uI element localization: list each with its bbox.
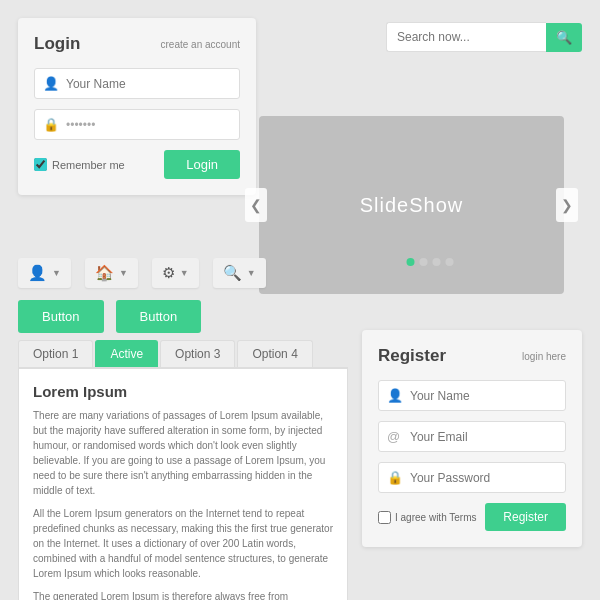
toolbar: 👤 ▼ 🏠 ▼ ⚙ ▼ 🔍 ▼ xyxy=(18,258,266,288)
home-icon: 🏠 xyxy=(95,264,114,282)
login-button[interactable]: Login xyxy=(164,150,240,179)
search-input[interactable] xyxy=(386,22,546,52)
user-menu-arrow: ▼ xyxy=(52,268,61,278)
tabs-row: Option 1 Active Option 3 Option 4 xyxy=(18,340,348,369)
register-card: Register login here 👤 @ 🔒 I agree with T… xyxy=(362,330,582,547)
search-icon: 🔍 xyxy=(556,30,572,45)
search-menu-item[interactable]: 🔍 ▼ xyxy=(213,258,266,288)
login-password-input[interactable] xyxy=(66,118,231,132)
search-menu-arrow: ▼ xyxy=(247,268,256,278)
register-name-row: 👤 xyxy=(378,380,566,411)
buttons-row: Button Button xyxy=(18,300,201,333)
dot-1[interactable] xyxy=(406,258,414,266)
login-name-input[interactable] xyxy=(66,77,231,91)
name-input-row: 👤 xyxy=(34,68,240,99)
slide-prev-button[interactable]: ❮ xyxy=(245,188,267,222)
dot-3[interactable] xyxy=(432,258,440,266)
tab-option3[interactable]: Option 3 xyxy=(160,340,235,367)
register-header: Register login here xyxy=(378,346,566,366)
home-menu-arrow: ▼ xyxy=(119,268,128,278)
reg-user-icon: 👤 xyxy=(387,388,403,403)
register-button[interactable]: Register xyxy=(485,503,566,531)
content-paragraph-1: There are many variations of passages of… xyxy=(33,408,333,498)
agree-label[interactable]: I agree with Terms xyxy=(378,511,477,524)
user-icon: 👤 xyxy=(28,264,47,282)
button-1[interactable]: Button xyxy=(18,300,104,333)
login-title: Login xyxy=(34,34,80,54)
slide-dots xyxy=(406,258,453,266)
login-header: Login create an account xyxy=(34,34,240,54)
content-title: Lorem Ipsum xyxy=(33,383,333,400)
search-icon: 🔍 xyxy=(223,264,242,282)
home-menu-item[interactable]: 🏠 ▼ xyxy=(85,258,138,288)
button-2[interactable]: Button xyxy=(116,300,202,333)
password-input-row: 🔒 xyxy=(34,109,240,140)
slideshow: ❮ SlideShow ❯ xyxy=(259,116,564,294)
user-icon: 👤 xyxy=(43,76,59,91)
slideshow-label: SlideShow xyxy=(360,194,464,217)
tab-active[interactable]: Active xyxy=(95,340,158,367)
content-paragraph-3: The generated Lorem Ipsum is therefore a… xyxy=(33,589,333,600)
settings-menu-arrow: ▼ xyxy=(180,268,189,278)
settings-menu-item[interactable]: ⚙ ▼ xyxy=(152,258,199,288)
email-icon: @ xyxy=(387,429,403,444)
login-here-link[interactable]: login here xyxy=(522,351,566,362)
slide-next-button[interactable]: ❯ xyxy=(556,188,578,222)
remember-checkbox[interactable] xyxy=(34,158,47,171)
dot-2[interactable] xyxy=(419,258,427,266)
agree-row: I agree with Terms Register xyxy=(378,503,566,531)
register-name-input[interactable] xyxy=(410,389,557,403)
remember-label[interactable]: Remember me xyxy=(34,158,125,171)
lock-icon: 🔒 xyxy=(43,117,59,132)
agree-checkbox[interactable] xyxy=(378,511,391,524)
register-email-input[interactable] xyxy=(410,430,557,444)
register-title: Register xyxy=(378,346,446,366)
login-card: Login create an account 👤 🔒 Remember me … xyxy=(18,18,256,195)
register-password-row: 🔒 xyxy=(378,462,566,493)
content-paragraph-2: All the Lorem Ipsum generators on the In… xyxy=(33,506,333,581)
tab-option1[interactable]: Option 1 xyxy=(18,340,93,367)
tab-option4[interactable]: Option 4 xyxy=(237,340,312,367)
search-bar: 🔍 xyxy=(386,22,582,52)
tabs-content: Option 1 Active Option 3 Option 4 Lorem … xyxy=(18,340,348,600)
gear-icon: ⚙ xyxy=(162,264,175,282)
register-password-input[interactable] xyxy=(410,471,557,485)
reg-lock-icon: 🔒 xyxy=(387,470,403,485)
remember-row: Remember me Login xyxy=(34,150,240,179)
dot-4[interactable] xyxy=(445,258,453,266)
slideshow-container: ❮ SlideShow ❯ xyxy=(277,58,582,248)
content-panel: Lorem Ipsum There are many variations of… xyxy=(18,369,348,600)
create-account-link[interactable]: create an account xyxy=(161,39,241,50)
register-email-row: @ xyxy=(378,421,566,452)
search-button[interactable]: 🔍 xyxy=(546,23,582,52)
user-menu-item[interactable]: 👤 ▼ xyxy=(18,258,71,288)
